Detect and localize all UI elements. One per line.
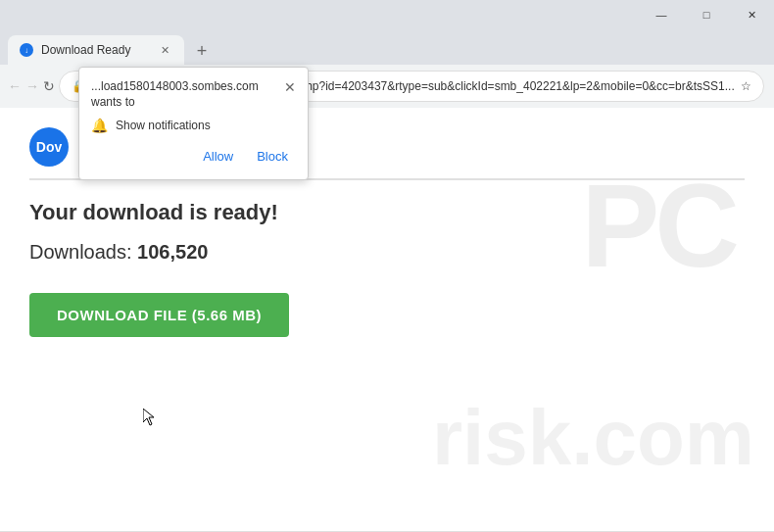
tab-bar: ↓ Download Ready ✕ + (0, 29, 774, 65)
watermark-top: PC (581, 167, 735, 284)
block-button[interactable]: Block (249, 145, 296, 168)
minimize-button[interactable]: — (639, 0, 684, 29)
site-logo: Dov (29, 127, 69, 167)
refresh-button[interactable]: ↻ (43, 73, 55, 100)
star-icon[interactable]: ☆ (741, 79, 751, 93)
maximize-button[interactable]: □ (684, 0, 729, 29)
popup-title: ...load1580148003.sombes.com wants to (91, 79, 276, 110)
forward-button[interactable]: → (25, 73, 39, 100)
allow-button[interactable]: Allow (195, 145, 241, 168)
back-button[interactable]: ← (8, 73, 22, 100)
notification-popup: ...load1580148003.sombes.com wants to ✕ … (78, 67, 309, 180)
tab-favicon: ↓ (20, 43, 33, 57)
download-file-button[interactable]: DOWNLOAD FILE (5.66 MB) (29, 293, 289, 337)
account-button[interactable]: 👤 (768, 73, 774, 100)
notification-text: Show notifications (116, 119, 211, 132)
tab-title: Download Ready (41, 43, 130, 57)
svg-marker-0 (143, 409, 154, 425)
active-tab[interactable]: ↓ Download Ready ✕ (8, 35, 184, 65)
mouse-cursor (143, 409, 155, 426)
watermark-bottom: risk.com (432, 393, 754, 483)
close-window-button[interactable]: ✕ (729, 0, 774, 29)
refresh-icon: ↻ (43, 78, 55, 94)
bell-icon: 🔔 (91, 118, 108, 133)
new-tab-button[interactable]: + (188, 37, 216, 65)
popup-close-button[interactable]: ✕ (284, 79, 296, 95)
close-tab-button[interactable]: ✕ (157, 42, 172, 58)
downloads-number: 106,520 (137, 241, 208, 263)
forward-icon: → (25, 78, 39, 94)
back-icon: ← (8, 78, 22, 94)
